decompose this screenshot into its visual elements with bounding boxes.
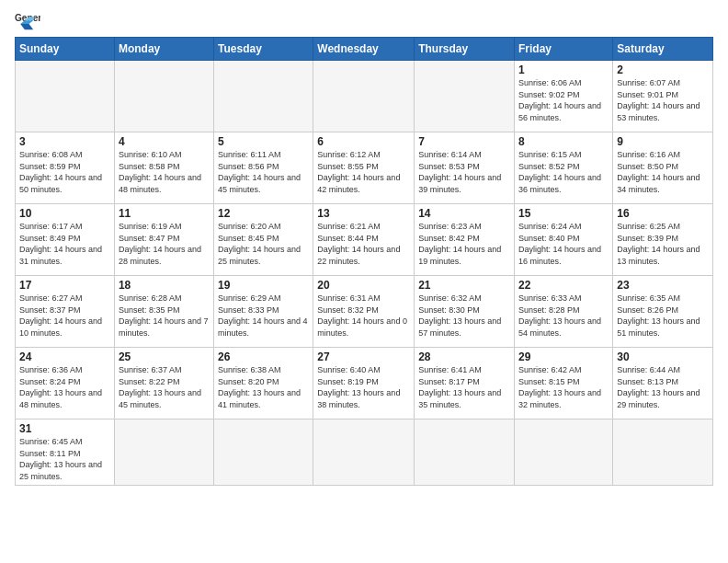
day-cell: 31Sunrise: 6:45 AM Sunset: 8:11 PM Dayli…	[16, 419, 115, 486]
header: General	[15, 11, 713, 31]
day-number: 20	[317, 279, 410, 292]
day-number: 24	[19, 350, 110, 363]
day-cell: 25Sunrise: 6:37 AM Sunset: 8:22 PM Dayli…	[114, 348, 213, 419]
day-number: 8	[518, 135, 609, 148]
day-cell: 21Sunrise: 6:32 AM Sunset: 8:30 PM Dayli…	[415, 276, 515, 348]
day-info: Sunrise: 6:07 AM Sunset: 9:01 PM Dayligh…	[617, 77, 709, 123]
day-info: Sunrise: 6:32 AM Sunset: 8:30 PM Dayligh…	[418, 293, 510, 339]
week-row-6: 31Sunrise: 6:45 AM Sunset: 8:11 PM Dayli…	[16, 419, 713, 486]
day-info: Sunrise: 6:37 AM Sunset: 8:22 PM Dayligh…	[119, 364, 210, 410]
weekday-header-friday: Friday	[515, 38, 613, 61]
day-info: Sunrise: 6:33 AM Sunset: 8:28 PM Dayligh…	[518, 293, 609, 339]
day-cell: 8Sunrise: 6:15 AM Sunset: 8:52 PM Daylig…	[515, 132, 613, 204]
day-number: 15	[518, 207, 609, 220]
day-cell: 11Sunrise: 6:19 AM Sunset: 8:47 PM Dayli…	[114, 204, 213, 276]
day-cell: 7Sunrise: 6:14 AM Sunset: 8:53 PM Daylig…	[415, 132, 515, 204]
day-number: 11	[119, 207, 210, 220]
day-info: Sunrise: 6:12 AM Sunset: 8:55 PM Dayligh…	[317, 149, 410, 195]
day-info: Sunrise: 6:17 AM Sunset: 8:49 PM Dayligh…	[19, 221, 110, 267]
day-number: 12	[218, 207, 309, 220]
day-number: 13	[317, 207, 410, 220]
day-cell	[114, 419, 213, 486]
day-cell: 12Sunrise: 6:20 AM Sunset: 8:45 PM Dayli…	[214, 204, 313, 276]
day-info: Sunrise: 6:10 AM Sunset: 8:58 PM Dayligh…	[119, 149, 210, 195]
day-number: 16	[617, 207, 709, 220]
day-info: Sunrise: 6:38 AM Sunset: 8:20 PM Dayligh…	[218, 364, 309, 410]
day-number: 14	[418, 207, 510, 220]
day-info: Sunrise: 6:25 AM Sunset: 8:39 PM Dayligh…	[617, 221, 709, 267]
day-info: Sunrise: 6:28 AM Sunset: 8:35 PM Dayligh…	[119, 293, 210, 339]
day-cell	[114, 61, 213, 132]
day-number: 10	[19, 207, 110, 220]
day-number: 23	[617, 279, 709, 292]
day-cell: 10Sunrise: 6:17 AM Sunset: 8:49 PM Dayli…	[16, 204, 115, 276]
day-info: Sunrise: 6:41 AM Sunset: 8:17 PM Dayligh…	[418, 364, 510, 410]
day-info: Sunrise: 6:27 AM Sunset: 8:37 PM Dayligh…	[19, 293, 110, 339]
day-info: Sunrise: 6:06 AM Sunset: 9:02 PM Dayligh…	[518, 77, 609, 123]
day-cell: 4Sunrise: 6:10 AM Sunset: 8:58 PM Daylig…	[114, 132, 213, 204]
day-cell: 22Sunrise: 6:33 AM Sunset: 8:28 PM Dayli…	[515, 276, 613, 348]
generalblue-logo-icon: General	[15, 11, 40, 31]
day-info: Sunrise: 6:31 AM Sunset: 8:32 PM Dayligh…	[317, 293, 410, 339]
day-cell	[214, 419, 313, 486]
day-number: 25	[119, 350, 210, 363]
day-info: Sunrise: 6:19 AM Sunset: 8:47 PM Dayligh…	[119, 221, 210, 267]
day-info: Sunrise: 6:24 AM Sunset: 8:40 PM Dayligh…	[518, 221, 609, 267]
day-number: 4	[119, 135, 210, 148]
logo: General	[15, 11, 44, 31]
day-number: 18	[119, 279, 210, 292]
day-info: Sunrise: 6:14 AM Sunset: 8:53 PM Dayligh…	[418, 149, 510, 195]
day-info: Sunrise: 6:11 AM Sunset: 8:56 PM Dayligh…	[218, 149, 309, 195]
day-cell: 23Sunrise: 6:35 AM Sunset: 8:26 PM Dayli…	[613, 276, 713, 348]
day-number: 6	[317, 135, 410, 148]
day-number: 3	[19, 135, 110, 148]
day-number: 7	[418, 135, 510, 148]
weekday-header-saturday: Saturday	[613, 38, 713, 61]
day-cell: 6Sunrise: 6:12 AM Sunset: 8:55 PM Daylig…	[313, 132, 415, 204]
week-row-4: 17Sunrise: 6:27 AM Sunset: 8:37 PM Dayli…	[16, 276, 713, 348]
day-cell: 1Sunrise: 6:06 AM Sunset: 9:02 PM Daylig…	[515, 61, 613, 132]
day-info: Sunrise: 6:20 AM Sunset: 8:45 PM Dayligh…	[218, 221, 309, 267]
day-cell: 24Sunrise: 6:36 AM Sunset: 8:24 PM Dayli…	[16, 348, 115, 419]
day-number: 9	[617, 135, 709, 148]
day-number: 27	[317, 350, 410, 363]
weekday-header-row: SundayMondayTuesdayWednesdayThursdayFrid…	[16, 38, 713, 61]
weekday-header-tuesday: Tuesday	[214, 38, 313, 61]
day-cell	[214, 61, 313, 132]
day-cell	[415, 419, 515, 486]
svg-marker-1	[20, 24, 33, 29]
day-info: Sunrise: 6:44 AM Sunset: 8:13 PM Dayligh…	[617, 364, 709, 410]
day-cell	[415, 61, 515, 132]
week-row-1: 1Sunrise: 6:06 AM Sunset: 9:02 PM Daylig…	[16, 61, 713, 132]
day-info: Sunrise: 6:35 AM Sunset: 8:26 PM Dayligh…	[617, 293, 709, 339]
week-row-5: 24Sunrise: 6:36 AM Sunset: 8:24 PM Dayli…	[16, 348, 713, 419]
day-info: Sunrise: 6:42 AM Sunset: 8:15 PM Dayligh…	[518, 364, 609, 410]
day-cell: 18Sunrise: 6:28 AM Sunset: 8:35 PM Dayli…	[114, 276, 213, 348]
weekday-header-sunday: Sunday	[16, 38, 115, 61]
weekday-header-wednesday: Wednesday	[313, 38, 415, 61]
day-cell: 14Sunrise: 6:23 AM Sunset: 8:42 PM Dayli…	[415, 204, 515, 276]
day-cell: 16Sunrise: 6:25 AM Sunset: 8:39 PM Dayli…	[613, 204, 713, 276]
day-cell	[313, 61, 415, 132]
day-number: 30	[617, 350, 709, 363]
day-number: 2	[617, 63, 709, 76]
day-info: Sunrise: 6:36 AM Sunset: 8:24 PM Dayligh…	[19, 364, 110, 410]
day-cell	[515, 419, 613, 486]
day-cell: 30Sunrise: 6:44 AM Sunset: 8:13 PM Dayli…	[613, 348, 713, 419]
day-info: Sunrise: 6:23 AM Sunset: 8:42 PM Dayligh…	[418, 221, 510, 267]
day-info: Sunrise: 6:16 AM Sunset: 8:50 PM Dayligh…	[617, 149, 709, 195]
day-cell: 17Sunrise: 6:27 AM Sunset: 8:37 PM Dayli…	[16, 276, 115, 348]
day-cell	[16, 61, 115, 132]
day-number: 19	[218, 279, 309, 292]
day-number: 31	[19, 422, 110, 435]
day-info: Sunrise: 6:45 AM Sunset: 8:11 PM Dayligh…	[19, 436, 110, 482]
day-number: 5	[218, 135, 309, 148]
day-cell: 15Sunrise: 6:24 AM Sunset: 8:40 PM Dayli…	[515, 204, 613, 276]
day-number: 1	[518, 63, 609, 76]
day-number: 28	[418, 350, 510, 363]
day-info: Sunrise: 6:29 AM Sunset: 8:33 PM Dayligh…	[218, 293, 309, 339]
day-number: 22	[518, 279, 609, 292]
day-info: Sunrise: 6:08 AM Sunset: 8:59 PM Dayligh…	[19, 149, 110, 195]
day-cell: 9Sunrise: 6:16 AM Sunset: 8:50 PM Daylig…	[613, 132, 713, 204]
day-cell: 5Sunrise: 6:11 AM Sunset: 8:56 PM Daylig…	[214, 132, 313, 204]
